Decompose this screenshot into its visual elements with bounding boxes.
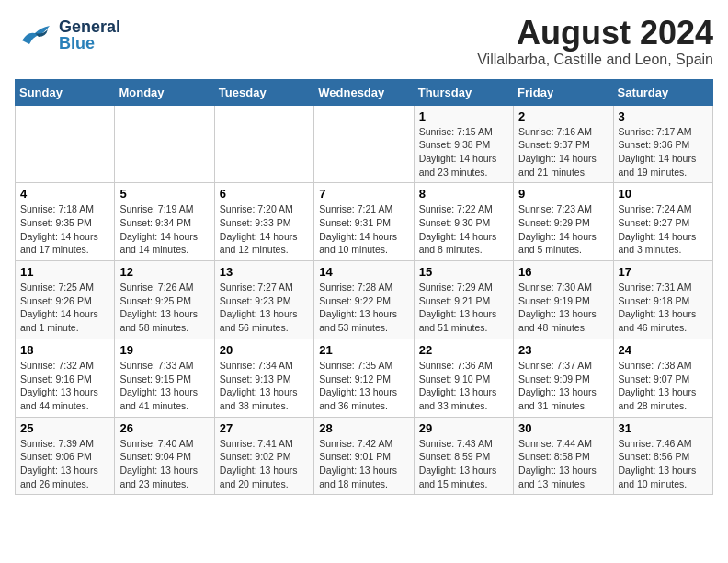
calendar-cell: 8Sunrise: 7:22 AM Sunset: 9:30 PM Daylig… xyxy=(414,183,513,261)
page-title: August 2024 xyxy=(477,15,713,52)
day-info: Sunrise: 7:30 AM Sunset: 9:19 PM Dayligh… xyxy=(518,281,608,335)
day-number: 15 xyxy=(419,265,508,279)
calendar-cell: 22Sunrise: 7:36 AM Sunset: 9:10 PM Dayli… xyxy=(414,339,513,417)
week-row-5: 25Sunrise: 7:39 AM Sunset: 9:06 PM Dayli… xyxy=(16,417,713,495)
week-row-3: 11Sunrise: 7:25 AM Sunset: 9:26 PM Dayli… xyxy=(16,261,713,339)
day-number: 19 xyxy=(119,343,209,357)
calendar-cell: 26Sunrise: 7:40 AM Sunset: 9:04 PM Dayli… xyxy=(115,417,214,495)
day-number: 18 xyxy=(20,343,109,357)
calendar-table: SundayMondayTuesdayWednesdayThursdayFrid… xyxy=(15,79,713,496)
day-info: Sunrise: 7:15 AM Sunset: 9:38 PM Dayligh… xyxy=(419,125,508,179)
calendar-cell: 23Sunrise: 7:37 AM Sunset: 9:09 PM Dayli… xyxy=(514,339,613,417)
calendar-cell: 3Sunrise: 7:17 AM Sunset: 9:36 PM Daylig… xyxy=(613,105,712,183)
header-cell-monday: Monday xyxy=(115,79,214,105)
day-info: Sunrise: 7:28 AM Sunset: 9:22 PM Dayligh… xyxy=(319,281,408,335)
day-info: Sunrise: 7:17 AM Sunset: 9:36 PM Dayligh… xyxy=(619,125,708,179)
calendar-cell: 29Sunrise: 7:43 AM Sunset: 8:59 PM Dayli… xyxy=(414,417,513,495)
calendar-cell xyxy=(314,105,414,183)
day-number: 23 xyxy=(518,343,608,357)
day-info: Sunrise: 7:31 AM Sunset: 9:18 PM Dayligh… xyxy=(619,281,708,335)
day-number: 4 xyxy=(20,187,109,201)
day-info: Sunrise: 7:25 AM Sunset: 9:26 PM Dayligh… xyxy=(20,281,109,335)
day-info: Sunrise: 7:35 AM Sunset: 9:12 PM Dayligh… xyxy=(319,359,408,413)
title-block: August 2024 Villalbarba, Castille and Le… xyxy=(477,15,713,68)
calendar-cell: 21Sunrise: 7:35 AM Sunset: 9:12 PM Dayli… xyxy=(314,339,414,417)
day-number: 11 xyxy=(20,265,109,279)
day-number: 21 xyxy=(319,343,408,357)
day-info: Sunrise: 7:19 AM Sunset: 9:34 PM Dayligh… xyxy=(119,202,209,257)
day-number: 17 xyxy=(619,265,708,279)
day-number: 12 xyxy=(119,265,209,279)
day-number: 31 xyxy=(619,421,708,435)
week-row-1: 1Sunrise: 7:15 AM Sunset: 9:38 PM Daylig… xyxy=(16,105,713,183)
day-number: 28 xyxy=(319,421,408,435)
header-row: SundayMondayTuesdayWednesdayThursdayFrid… xyxy=(16,79,713,105)
logo-blue-text: Blue xyxy=(59,35,120,52)
day-info: Sunrise: 7:21 AM Sunset: 9:31 PM Dayligh… xyxy=(319,202,408,257)
logo: General Blue xyxy=(15,15,120,55)
header-cell-thursday: Thursday xyxy=(414,79,513,105)
calendar-cell: 17Sunrise: 7:31 AM Sunset: 9:18 PM Dayli… xyxy=(613,261,712,339)
page-header: General Blue August 2024 Villalbarba, Ca… xyxy=(15,15,713,68)
calendar-cell: 5Sunrise: 7:19 AM Sunset: 9:34 PM Daylig… xyxy=(115,183,214,261)
day-number: 2 xyxy=(518,109,608,123)
day-number: 26 xyxy=(119,421,209,435)
day-number: 25 xyxy=(20,421,109,435)
day-info: Sunrise: 7:22 AM Sunset: 9:30 PM Dayligh… xyxy=(419,202,508,257)
day-info: Sunrise: 7:33 AM Sunset: 9:15 PM Dayligh… xyxy=(119,359,209,413)
day-number: 9 xyxy=(518,187,608,201)
calendar-cell: 14Sunrise: 7:28 AM Sunset: 9:22 PM Dayli… xyxy=(314,261,414,339)
day-info: Sunrise: 7:46 AM Sunset: 8:56 PM Dayligh… xyxy=(619,437,708,491)
calendar-cell xyxy=(16,105,115,183)
calendar-cell: 27Sunrise: 7:41 AM Sunset: 9:02 PM Dayli… xyxy=(214,417,313,495)
day-number: 30 xyxy=(518,421,608,435)
day-number: 16 xyxy=(518,265,608,279)
day-info: Sunrise: 7:27 AM Sunset: 9:23 PM Dayligh… xyxy=(220,281,309,335)
page-subtitle: Villalbarba, Castille and Leon, Spain xyxy=(477,52,713,68)
calendar-cell xyxy=(115,105,214,183)
day-number: 29 xyxy=(419,421,508,435)
day-info: Sunrise: 7:41 AM Sunset: 9:02 PM Dayligh… xyxy=(220,437,309,491)
day-info: Sunrise: 7:32 AM Sunset: 9:16 PM Dayligh… xyxy=(20,359,109,413)
calendar-cell: 9Sunrise: 7:23 AM Sunset: 9:29 PM Daylig… xyxy=(514,183,613,261)
week-row-2: 4Sunrise: 7:18 AM Sunset: 9:35 PM Daylig… xyxy=(16,183,713,261)
day-info: Sunrise: 7:37 AM Sunset: 9:09 PM Dayligh… xyxy=(518,359,608,413)
header-cell-saturday: Saturday xyxy=(613,79,712,105)
calendar-cell: 7Sunrise: 7:21 AM Sunset: 9:31 PM Daylig… xyxy=(314,183,414,261)
calendar-cell: 1Sunrise: 7:15 AM Sunset: 9:38 PM Daylig… xyxy=(414,105,513,183)
logo-name: General Blue xyxy=(59,18,120,52)
calendar-cell: 20Sunrise: 7:34 AM Sunset: 9:13 PM Dayli… xyxy=(214,339,313,417)
day-number: 24 xyxy=(619,343,708,357)
day-info: Sunrise: 7:36 AM Sunset: 9:10 PM Dayligh… xyxy=(419,359,508,413)
day-number: 5 xyxy=(119,187,209,201)
calendar-cell: 19Sunrise: 7:33 AM Sunset: 9:15 PM Dayli… xyxy=(115,339,214,417)
calendar-cell: 10Sunrise: 7:24 AM Sunset: 9:27 PM Dayli… xyxy=(613,183,712,261)
day-number: 1 xyxy=(419,109,508,123)
header-cell-wednesday: Wednesday xyxy=(314,79,414,105)
day-info: Sunrise: 7:43 AM Sunset: 8:59 PM Dayligh… xyxy=(419,437,508,491)
day-number: 13 xyxy=(220,265,309,279)
day-info: Sunrise: 7:18 AM Sunset: 9:35 PM Dayligh… xyxy=(20,202,109,257)
logo-general-text: General xyxy=(59,18,120,35)
calendar-cell: 24Sunrise: 7:38 AM Sunset: 9:07 PM Dayli… xyxy=(613,339,712,417)
week-row-4: 18Sunrise: 7:32 AM Sunset: 9:16 PM Dayli… xyxy=(16,339,713,417)
calendar-cell: 13Sunrise: 7:27 AM Sunset: 9:23 PM Dayli… xyxy=(214,261,313,339)
header-cell-tuesday: Tuesday xyxy=(214,79,313,105)
day-info: Sunrise: 7:40 AM Sunset: 9:04 PM Dayligh… xyxy=(119,437,209,491)
day-number: 3 xyxy=(619,109,708,123)
day-info: Sunrise: 7:42 AM Sunset: 9:01 PM Dayligh… xyxy=(319,437,408,491)
day-info: Sunrise: 7:26 AM Sunset: 9:25 PM Dayligh… xyxy=(119,281,209,335)
day-number: 6 xyxy=(220,187,309,201)
day-info: Sunrise: 7:44 AM Sunset: 8:58 PM Dayligh… xyxy=(518,437,608,491)
calendar-cell: 15Sunrise: 7:29 AM Sunset: 9:21 PM Dayli… xyxy=(414,261,513,339)
calendar-body: 1Sunrise: 7:15 AM Sunset: 9:38 PM Daylig… xyxy=(16,105,713,495)
day-info: Sunrise: 7:16 AM Sunset: 9:37 PM Dayligh… xyxy=(518,125,608,179)
calendar-cell: 11Sunrise: 7:25 AM Sunset: 9:26 PM Dayli… xyxy=(16,261,115,339)
day-info: Sunrise: 7:24 AM Sunset: 9:27 PM Dayligh… xyxy=(619,202,708,257)
day-number: 8 xyxy=(419,187,508,201)
calendar-cell: 28Sunrise: 7:42 AM Sunset: 9:01 PM Dayli… xyxy=(314,417,414,495)
calendar-cell: 25Sunrise: 7:39 AM Sunset: 9:06 PM Dayli… xyxy=(16,417,115,495)
day-number: 22 xyxy=(419,343,508,357)
day-info: Sunrise: 7:20 AM Sunset: 9:33 PM Dayligh… xyxy=(220,202,309,257)
calendar-header: SundayMondayTuesdayWednesdayThursdayFrid… xyxy=(16,79,713,105)
